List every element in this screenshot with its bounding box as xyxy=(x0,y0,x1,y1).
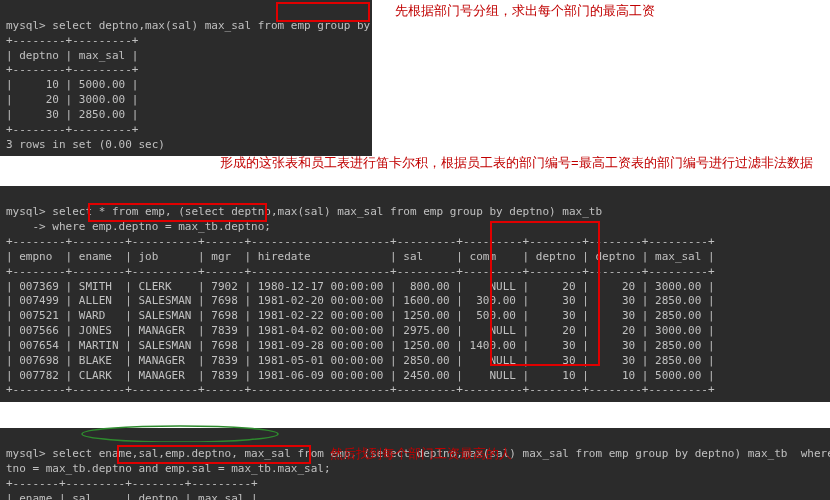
tbl3-border-top: +-------+---------+--------+---------+ xyxy=(6,477,258,490)
annotation-2: 形成的这张表和员工表进行笛卡尔积，根据员工表的部门编号=最高工资表的部门编号进行… xyxy=(220,154,813,172)
terminal-block-3: mysql> select ename,sal,emp.deptno, max_… xyxy=(0,428,830,500)
tbl1-row-1: | 20 | 3000.00 | xyxy=(6,93,138,106)
tbl1-border-bot: +--------+---------+ xyxy=(6,123,138,136)
tbl2-border-bot: +--------+--------+----------+------+---… xyxy=(6,383,715,396)
tbl2-row-4: | 007654 | MARTIN | SALESMAN | 7698 | 19… xyxy=(6,339,715,352)
sql-prompt-3b: tno = max_tb.deptno and emp.sal = max_tb… xyxy=(6,462,331,475)
section-3: mysql> select ename,sal,emp.deptno, max_… xyxy=(0,428,830,500)
tbl1-border-top: +--------+---------+ xyxy=(6,34,138,47)
annotation-1: 先根据部门号分组，求出每个部门的最高工资 xyxy=(395,2,655,20)
section-2: mysql> select * from emp, (select deptno… xyxy=(0,186,830,402)
tbl2-row-2: | 007521 | WARD | SALESMAN | 7698 | 1981… xyxy=(6,309,715,322)
tbl2-row-5: | 007698 | BLAKE | MANAGER | 7839 | 1981… xyxy=(6,354,715,367)
between-1: 形成的这张表和员工表进行笛卡尔积，根据员工表的部门编号=最高工资表的部门编号进行… xyxy=(0,168,830,186)
tbl2-row-0: | 007369 | SMITH | CLERK | 7902 | 1980-1… xyxy=(6,280,715,293)
tbl3-header: | ename | sal | deptno | max_sal | xyxy=(6,492,258,500)
sql-prompt-1: mysql> select deptno,max(sal) max_sal fr… xyxy=(6,19,372,32)
tbl1-header: | deptno | max_sal | xyxy=(6,49,138,62)
tbl2-row-6: | 007782 | CLARK | MANAGER | 7839 | 1981… xyxy=(6,369,715,382)
sql-prompt-2b: -> where emp.deptno = max_tb.deptno; xyxy=(6,220,271,233)
tbl1-footer: 3 rows in set (0.00 sec) xyxy=(6,138,165,151)
tbl1-row-0: | 10 | 5000.00 | xyxy=(6,78,138,91)
section-1: mysql> select deptno,max(sal) max_sal fr… xyxy=(0,0,830,156)
tbl2-row-3: | 007566 | JONES | MANAGER | 7839 | 1981… xyxy=(6,324,715,337)
tbl2-row-1: | 007499 | ALLEN | SALESMAN | 7698 | 198… xyxy=(6,294,715,307)
tbl2-header: | empno | ename | job | mgr | hiredate |… xyxy=(6,250,715,263)
tbl2-border-top: +--------+--------+----------+------+---… xyxy=(6,235,715,248)
tbl1-border-mid: +--------+---------+ xyxy=(6,63,138,76)
sql-prompt-2a: mysql> select * from emp, (select deptno… xyxy=(6,205,602,218)
terminal-block-2: mysql> select * from emp, (select deptno… xyxy=(0,186,830,402)
annotation-3: 然后找到每个部门工资最高的人 xyxy=(330,445,512,463)
tbl2-border-mid: +--------+--------+----------+------+---… xyxy=(6,265,715,278)
tbl1-row-2: | 30 | 2850.00 | xyxy=(6,108,138,121)
terminal-block-1: mysql> select deptno,max(sal) max_sal fr… xyxy=(0,0,372,156)
